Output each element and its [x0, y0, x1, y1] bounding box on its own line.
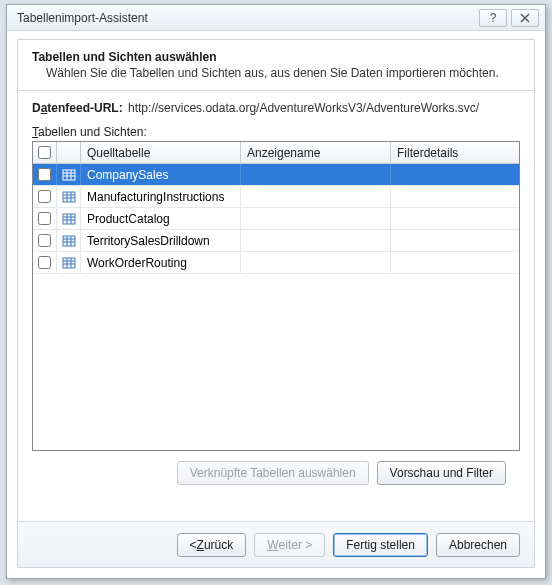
row-checkbox-cell[interactable] [33, 164, 57, 185]
row-checkbox[interactable] [38, 256, 51, 269]
close-button[interactable] [511, 9, 539, 27]
row-filter [391, 230, 519, 251]
row-checkbox-cell[interactable] [33, 186, 57, 207]
dialog-window: Tabellenimport-Assistent ? Tabellen und … [6, 4, 546, 579]
divider [18, 90, 534, 91]
table-row[interactable]: ManufacturingInstructions [33, 186, 519, 208]
back-button[interactable]: < Zurück [177, 533, 247, 557]
header-checkbox-cell[interactable] [33, 142, 57, 163]
finish-button[interactable]: Fertig stellen [333, 533, 428, 557]
row-display[interactable] [241, 230, 391, 251]
window-title: Tabellenimport-Assistent [17, 11, 475, 25]
header-source[interactable]: Quelltabelle [81, 142, 241, 163]
grid-header: Quelltabelle Anzeigename Filterdetails [33, 142, 519, 164]
table-icon [62, 190, 76, 204]
row-checkbox-cell[interactable] [33, 252, 57, 273]
table-icon [62, 212, 76, 226]
row-display[interactable] [241, 164, 391, 185]
content-panel: Tabellen und Sichten auswählen Wählen Si… [17, 39, 535, 568]
row-source: ProductCatalog [81, 208, 241, 229]
row-filter [391, 208, 519, 229]
row-filter [391, 252, 519, 273]
header-display[interactable]: Anzeigename [241, 142, 391, 163]
row-source: CompanySales [81, 164, 241, 185]
wizard-footer: < Zurück Weiter > Fertig stellen Abbrech… [18, 521, 534, 567]
header-icon-cell [57, 142, 81, 163]
tables-label: Tabellen und Sichten: [32, 125, 520, 139]
next-button: Weiter > [254, 533, 325, 557]
page-subheading: Wählen Sie die Tabellen und Sichten aus,… [18, 66, 534, 90]
titlebar: Tabellenimport-Assistent ? [7, 5, 545, 31]
row-icon-cell [57, 208, 81, 229]
row-icon-cell [57, 186, 81, 207]
table-icon [62, 256, 76, 270]
table-row[interactable]: CompanySales [33, 164, 519, 186]
select-all-checkbox[interactable] [38, 146, 51, 159]
row-icon-cell [57, 252, 81, 273]
tables-grid[interactable]: Quelltabelle Anzeigename Filterdetails C… [32, 141, 520, 451]
row-checkbox-cell[interactable] [33, 230, 57, 251]
close-icon [519, 13, 531, 23]
row-checkbox[interactable] [38, 212, 51, 225]
table-row[interactable]: ProductCatalog [33, 208, 519, 230]
table-row[interactable]: TerritorySalesDrilldown [33, 230, 519, 252]
row-source: WorkOrderRouting [81, 252, 241, 273]
table-row[interactable]: WorkOrderRouting [33, 252, 519, 274]
header-filter[interactable]: Filterdetails [391, 142, 519, 163]
svg-rect-5 [63, 192, 75, 202]
svg-rect-10 [63, 214, 75, 224]
row-source: TerritorySalesDrilldown [81, 230, 241, 251]
row-icon-cell [57, 230, 81, 251]
svg-rect-0 [63, 170, 75, 180]
svg-rect-20 [63, 258, 75, 268]
main-section: Datenfeed-URL: http://services.odata.org… [18, 101, 534, 485]
grid-actions: Verknüpfte Tabellen auswählen Vorschau u… [32, 451, 520, 485]
row-filter [391, 186, 519, 207]
row-display[interactable] [241, 186, 391, 207]
table-icon [62, 168, 76, 182]
row-icon-cell [57, 164, 81, 185]
row-checkbox-cell[interactable] [33, 208, 57, 229]
row-display[interactable] [241, 252, 391, 273]
row-checkbox[interactable] [38, 190, 51, 203]
table-icon [62, 234, 76, 248]
svg-rect-15 [63, 236, 75, 246]
page-heading: Tabellen und Sichten auswählen [18, 40, 534, 66]
row-source: ManufacturingInstructions [81, 186, 241, 207]
help-button[interactable]: ? [479, 9, 507, 27]
cancel-button[interactable]: Abbrechen [436, 533, 520, 557]
grid-body: CompanySalesManufacturingInstructionsPro… [33, 164, 519, 274]
datafeed-label: Datenfeed-URL: [32, 101, 123, 115]
datafeed-row: Datenfeed-URL: http://services.odata.org… [32, 101, 520, 115]
row-filter [391, 164, 519, 185]
preview-filter-button[interactable]: Vorschau und Filter [377, 461, 506, 485]
row-display[interactable] [241, 208, 391, 229]
select-related-button: Verknüpfte Tabellen auswählen [177, 461, 369, 485]
row-checkbox[interactable] [38, 234, 51, 247]
row-checkbox[interactable] [38, 168, 51, 181]
datafeed-url: http://services.odata.org/AdventureWorks… [128, 101, 479, 115]
